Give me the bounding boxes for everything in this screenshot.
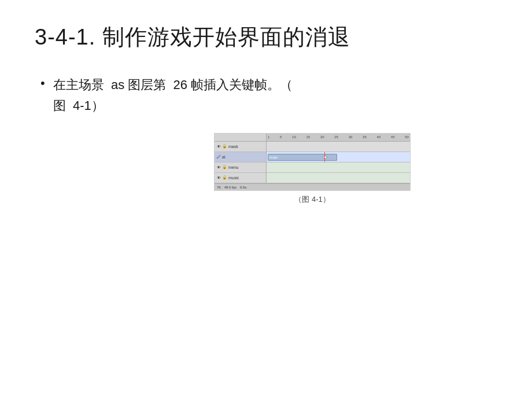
footer-fps: 48.0 fps bbox=[224, 186, 237, 189]
bullet-section: • 在主场景 as 图层第 26 帧插入关键帧。（ 图 4-1） bbox=[40, 75, 497, 115]
layer-name-music: music bbox=[228, 176, 239, 180]
layer-name-menu: menu bbox=[228, 165, 239, 169]
bullet-text: 在主场景 as 图层第 26 帧插入关键帧。（ 图 4-1） bbox=[53, 75, 293, 115]
tl-row-content-mask bbox=[267, 142, 410, 152]
tl-row-al: 🖊 al begin bbox=[215, 152, 410, 162]
tl-row-music: 👁 🔒 music bbox=[215, 173, 410, 183]
page-title: 3-4-1. 制作游戏开始界面的消退 bbox=[35, 23, 497, 51]
lock-icon: 🔒 bbox=[222, 144, 227, 149]
tl-row-content-music bbox=[267, 173, 410, 183]
figure-image: 15101520253035404550 👁 🔒 mask bbox=[214, 133, 411, 191]
ruler-marks: 15101520253035404550 bbox=[267, 135, 410, 139]
tl-block-label: begin bbox=[269, 156, 278, 159]
tl-footer: 76 48.0 fps 0.6s bbox=[215, 183, 410, 191]
title-number: 3-4-1. bbox=[35, 25, 95, 49]
figure-container: 15101520253035404550 👁 🔒 mask bbox=[127, 133, 497, 205]
layer-name-al: al bbox=[222, 155, 225, 159]
tl-header: 15101520253035404550 bbox=[215, 134, 410, 142]
eye-icon-al: 🖊 bbox=[217, 155, 221, 159]
tl-row-menu: 👁 🔒 menu bbox=[215, 162, 410, 173]
bullet-item-1: • 在主场景 as 图层第 26 帧插入关键帧。（ 图 4-1） bbox=[40, 75, 497, 115]
lock-icon-menu: 🔒 bbox=[222, 165, 227, 169]
eye-icon: 👁 bbox=[217, 145, 221, 149]
bullet-dot: • bbox=[40, 76, 45, 91]
footer-time: 0.6s bbox=[240, 186, 246, 189]
tl-header-left bbox=[215, 134, 267, 141]
eye-icon-menu: 👁 bbox=[217, 165, 221, 169]
tl-row-label-menu: 👁 🔒 menu bbox=[215, 162, 267, 172]
eye-icon-music: 👁 bbox=[217, 176, 221, 180]
lock-icon-music: 🔒 bbox=[222, 175, 227, 180]
title-text: 制作游戏开始界面的消退 bbox=[95, 25, 350, 49]
tl-row-label-music: 👁 🔒 music bbox=[215, 173, 267, 183]
tl-row-content-al: begin bbox=[267, 152, 410, 162]
tl-header-ruler: 15101520253035404550 bbox=[267, 134, 410, 141]
bullet-line2: 图 4-1） bbox=[53, 98, 104, 113]
timeline-sim: 15101520253035404550 👁 🔒 mask bbox=[215, 134, 410, 190]
figure-caption: （图 4-1） bbox=[294, 194, 330, 205]
tl-row-label-mask: 👁 🔒 mask bbox=[215, 142, 267, 152]
tl-row-content-menu bbox=[267, 162, 410, 172]
layer-name-mask: mask bbox=[228, 145, 238, 149]
tl-playhead bbox=[324, 152, 325, 162]
tl-row-mask: 👁 🔒 mask bbox=[215, 142, 410, 152]
bullet-line1: 在主场景 as 图层第 26 帧插入关键帧。（ bbox=[53, 77, 293, 92]
footer-info: 76 bbox=[217, 186, 221, 189]
tl-row-label-al: 🖊 al bbox=[215, 152, 267, 162]
page-container: 3-4-1. 制作游戏开始界面的消退 • 在主场景 as 图层第 26 帧插入关… bbox=[0, 0, 532, 399]
